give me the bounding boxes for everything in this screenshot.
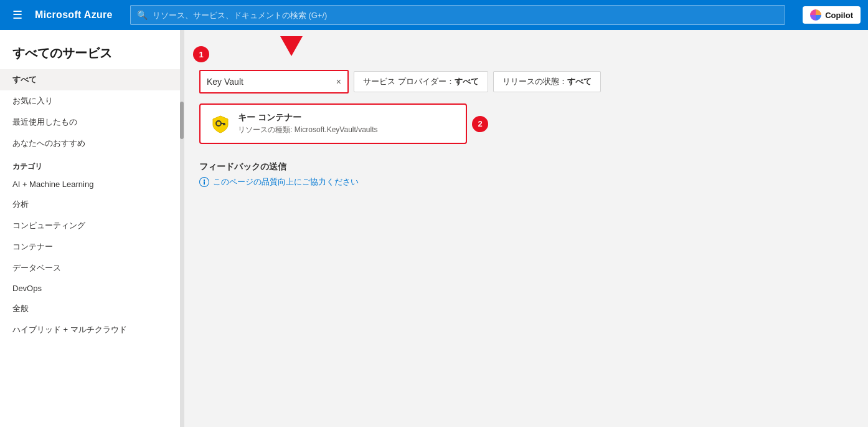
main-content: 1 × サービス プロバイダー：すべて リリースの状態：すべて [184, 30, 868, 427]
scrollbar-thumb[interactable] [180, 102, 184, 139]
service-search-input[interactable] [207, 77, 334, 87]
feedback-link-text: このページの品質向上にご協力ください [213, 176, 359, 188]
sidebar-item-analytics[interactable]: 分析 [0, 194, 184, 215]
sidebar-item-ai-ml[interactable]: AI + Machine Learning [0, 175, 184, 194]
feedback-title: フィードバックの送信 [199, 161, 853, 173]
sidebar-scrollbar[interactable] [180, 30, 184, 427]
feedback-icon [199, 177, 209, 187]
result-text: キー コンテナー リソースの種類: Microsoft.KeyVault/vau… [238, 112, 456, 135]
hamburger-menu-icon[interactable]: ☰ [7, 6, 27, 24]
sidebar-item-general[interactable]: 全般 [0, 298, 184, 319]
search-filter-row: 1 × サービス プロバイダー：すべて リリースの状態：すべて [199, 70, 853, 94]
release-filter-button[interactable]: リリースの状態：すべて [493, 71, 601, 92]
sidebar-item-all[interactable]: すべて [0, 69, 184, 90]
provider-filter-button[interactable]: サービス プロバイダー：すべて [354, 71, 488, 92]
main-layout: すべてのサービス すべて お気に入り 最近使用したもの あなたへのおすすめ カテ… [0, 30, 868, 427]
page-title: すべてのサービス [0, 35, 184, 69]
step1-badge: 1 [193, 46, 209, 62]
step2-badge: 2 [472, 116, 488, 132]
result-subtitle: リソースの種類: Microsoft.KeyVault/vaults [238, 125, 456, 135]
sidebar-item-recommended[interactable]: あなたへのおすすめ [0, 133, 184, 154]
app-title: Microsoft Azure [35, 9, 113, 21]
service-search-box[interactable]: × [199, 70, 349, 94]
result-title: キー コンテナー [238, 112, 456, 123]
sidebar-item-hybrid[interactable]: ハイブリッド + マルチクラウド [0, 319, 184, 340]
top-navigation: ☰ Microsoft Azure 🔍 Copilot [0, 0, 868, 30]
sidebar-content: すべてのサービス すべて お気に入り 最近使用したもの あなたへのおすすめ カテ… [0, 30, 184, 427]
global-search-input[interactable] [153, 11, 778, 20]
keyvault-result-card[interactable]: キー コンテナー リソースの種類: Microsoft.KeyVault/vau… [199, 103, 467, 144]
feedback-link[interactable]: このページの品質向上にご協力ください [199, 176, 853, 188]
global-search-bar[interactable]: 🔍 [130, 5, 785, 25]
sidebar-item-containers[interactable]: コンテナー [0, 236, 184, 257]
search-results: キー コンテナー リソースの種類: Microsoft.KeyVault/vau… [199, 103, 853, 144]
category-header: カテゴリ [0, 154, 184, 175]
sidebar-item-compute[interactable]: コンピューティング [0, 215, 184, 236]
feedback-section: フィードバックの送信 このページの品質向上にご協力ください [199, 161, 853, 188]
sidebar-item-recent[interactable]: 最近使用したもの [0, 112, 184, 133]
search-icon: 🔍 [137, 10, 148, 20]
search-clear-button[interactable]: × [336, 77, 341, 87]
copilot-label: Copilot [825, 11, 853, 20]
copilot-button[interactable]: Copilot [803, 6, 861, 24]
sidebar: すべてのサービス すべて お気に入り 最近使用したもの あなたへのおすすめ カテ… [0, 30, 184, 427]
sidebar-item-favorites[interactable]: お気に入り [0, 90, 184, 112]
sidebar-item-databases[interactable]: データベース [0, 257, 184, 279]
copilot-icon [810, 9, 821, 21]
keyvault-icon [210, 114, 230, 134]
sidebar-item-devops[interactable]: DevOps [0, 279, 184, 298]
